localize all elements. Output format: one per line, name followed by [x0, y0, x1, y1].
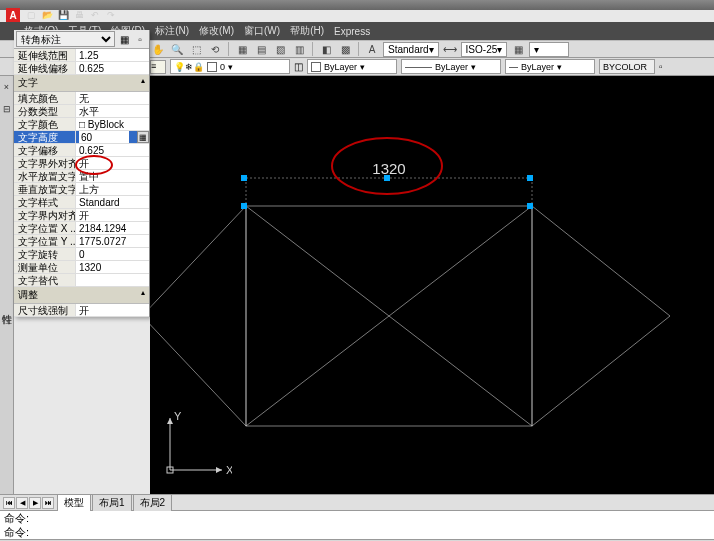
quick-access-toolbar: ▢ 📂 💾 🖶 ↶ ↷: [24, 8, 118, 22]
svg-marker-10: [216, 467, 222, 473]
menu-express[interactable]: Express: [334, 26, 370, 37]
qat-redo-icon[interactable]: ↷: [104, 8, 118, 22]
menu-modify[interactable]: 修改(M): [199, 24, 234, 38]
prop-row: 延伸线偏移0.625: [14, 62, 149, 75]
prop-row: 文字界外对齐开: [14, 157, 149, 170]
prop-row: 文字偏移0.625: [14, 144, 149, 157]
prop-row: 延伸线范围1.25: [14, 49, 149, 62]
pickadd-icon[interactable]: ▫: [133, 32, 147, 46]
app-icon[interactable]: A: [6, 8, 20, 22]
tool-calc-icon[interactable]: ▩: [337, 41, 353, 57]
prop-row: 分数类型水平: [14, 105, 149, 118]
lineweight-dropdown[interactable]: — ByLayer ▾: [505, 59, 595, 74]
rail-pin-icon[interactable]: ⊟: [3, 104, 11, 114]
properties-panel: 转角标注 ▦ ▫ 延伸线范围1.25 延伸线偏移0.625 文字▴ 填充颜色无 …: [14, 30, 150, 317]
svg-text:X: X: [226, 464, 232, 476]
tool-props-icon[interactable]: ▦: [234, 41, 250, 57]
grip[interactable]: [241, 175, 247, 181]
color-dropdown[interactable]: ByLayer ▾: [307, 59, 397, 74]
object-type-dropdown[interactable]: 转角标注: [16, 31, 115, 47]
section-text[interactable]: 文字▴: [14, 75, 149, 92]
tool-ssc-icon[interactable]: ▥: [291, 41, 307, 57]
menu-window[interactable]: 窗口(W): [244, 24, 280, 38]
qat-undo-icon[interactable]: ↶: [88, 8, 102, 22]
svg-marker-6: [150, 206, 246, 426]
table-style-dropdown[interactable]: ▾: [529, 42, 569, 57]
prop-row: 尺寸线强制开: [14, 304, 149, 317]
table-style-icon[interactable]: ▦: [510, 41, 526, 57]
tool-zoomprev-icon[interactable]: ⟲: [207, 41, 223, 57]
prop-row: 文字颜色□ ByBlock: [14, 118, 149, 131]
calculator-icon[interactable]: ▦: [137, 131, 149, 143]
dim-icon[interactable]: ⟷: [442, 41, 458, 57]
layer-iso-icon[interactable]: ◫: [294, 61, 303, 72]
command-window[interactable]: 命令: 命令:: [0, 510, 714, 539]
prop-row: 文字位置 Y ...1775.0727: [14, 235, 149, 248]
menu-dimension[interactable]: 标注(N): [155, 24, 189, 38]
menu-help[interactable]: 帮助(H): [290, 24, 324, 38]
sidebar-rail: × ⊟ 特性: [0, 76, 14, 494]
qselect-icon[interactable]: ▦: [117, 32, 131, 46]
tab-prev-icon[interactable]: ◀: [16, 497, 28, 509]
grip[interactable]: [527, 203, 533, 209]
tool-dc-icon[interactable]: ▤: [253, 41, 269, 57]
tool-pan-icon[interactable]: ✋: [150, 41, 166, 57]
prop-row: 测量单位1320: [14, 261, 149, 274]
svg-marker-12: [167, 418, 173, 424]
prop-row: 文字界内对齐开: [14, 209, 149, 222]
tool-zoom-icon[interactable]: 🔍: [169, 41, 185, 57]
tab-model[interactable]: 模型: [57, 494, 91, 511]
tab-layout2[interactable]: 布局2: [133, 494, 173, 511]
qat-print-icon[interactable]: 🖶: [72, 8, 86, 22]
style-a-icon[interactable]: A: [364, 41, 380, 57]
tool-marker-icon[interactable]: ◧: [318, 41, 334, 57]
prop-row: 文字样式Standard: [14, 196, 149, 209]
rail-close-icon[interactable]: ×: [4, 82, 9, 92]
text-height-input[interactable]: [79, 131, 129, 143]
tool-palette-icon[interactable]: ▧: [272, 41, 288, 57]
svg-marker-7: [532, 206, 670, 426]
tab-last-icon[interactable]: ⏭: [42, 497, 54, 509]
prop-row: 填充颜色无: [14, 92, 149, 105]
qat-new-icon[interactable]: ▢: [24, 8, 38, 22]
command-input[interactable]: 命令:: [0, 525, 714, 539]
section-adjust[interactable]: 调整▴: [14, 287, 149, 304]
prop-row: 水平放置文字置中: [14, 170, 149, 183]
svg-text:Y: Y: [174, 410, 182, 422]
prop-row: 垂直放置文字上方: [14, 183, 149, 196]
drawing-canvas[interactable]: 1320: [150, 76, 714, 494]
grip[interactable]: [384, 175, 390, 181]
tab-next-icon[interactable]: ▶: [29, 497, 41, 509]
ucs-icon: X Y: [160, 408, 232, 482]
prop-row: 文字替代: [14, 274, 149, 287]
linetype-dropdown[interactable]: ——— ByLayer ▾: [401, 59, 501, 74]
prop-row-text-height[interactable]: 文字高度 ▦: [14, 131, 149, 144]
grip[interactable]: [241, 203, 247, 209]
dim-style-dropdown[interactable]: ISO-25 ▾: [461, 42, 508, 57]
tab-first-icon[interactable]: ⏮: [3, 497, 15, 509]
prop-row: 文字旋转0: [14, 248, 149, 261]
layer-dropdown[interactable]: 💡❄🔒0 ▾: [170, 59, 290, 74]
qat-open-icon[interactable]: 📂: [40, 8, 54, 22]
layout-tabs: ⏮ ◀ ▶ ⏭ 模型 布局1 布局2: [0, 494, 714, 510]
tool-zoomwin-icon[interactable]: ⬚: [188, 41, 204, 57]
plotstyle-dropdown[interactable]: BYCOLOR: [599, 59, 655, 74]
command-history: 命令:: [0, 511, 714, 525]
tab-layout1[interactable]: 布局1: [92, 494, 132, 511]
grip[interactable]: [527, 175, 533, 181]
qat-save-icon[interactable]: 💾: [56, 8, 70, 22]
prop-row: 文字位置 X ...2184.1294: [14, 222, 149, 235]
text-style-dropdown[interactable]: Standard ▾: [383, 42, 439, 57]
layer-props-icon[interactable]: ≡: [150, 60, 166, 74]
plotstyle-mgr-icon[interactable]: ▫: [659, 61, 663, 72]
